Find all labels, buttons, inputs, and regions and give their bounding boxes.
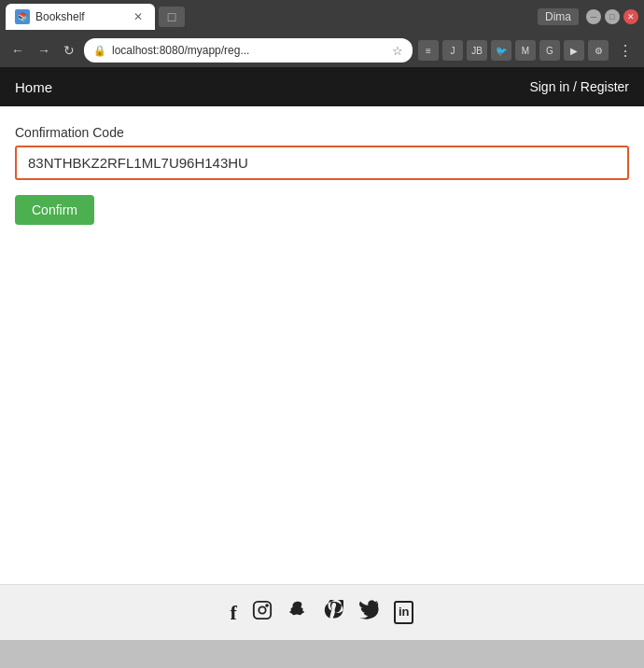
facebook-icon[interactable]: f <box>231 601 237 625</box>
app-wrapper: Home Sign in / Register Confirmation Cod… <box>0 67 644 640</box>
browser-titlebar: 📚 Bookshelf ✕ □ Dima ─ □ ✕ <box>0 0 644 34</box>
ext-icon-8[interactable]: ⚙ <box>588 40 609 61</box>
ext-icon-7[interactable]: ▶ <box>564 40 584 61</box>
maximize-button[interactable]: □ <box>605 9 620 24</box>
ext-icon-2[interactable]: J <box>442 40 463 61</box>
browser-addressbar: ← → ↻ 🔒 localhost:8080/myapp/reg... ☆ ≡ … <box>0 34 644 67</box>
more-options-button[interactable]: ⋮ <box>614 42 637 60</box>
ext-icon-3[interactable]: JB <box>467 40 487 61</box>
twitter-icon[interactable] <box>358 600 379 626</box>
svg-rect-0 <box>254 601 271 618</box>
close-button[interactable]: ✕ <box>623 9 638 24</box>
confirm-button[interactable]: Confirm <box>15 195 94 225</box>
main-content: Confirmation Code Confirm <box>0 106 644 584</box>
ext-icon-5[interactable]: M <box>515 40 536 61</box>
confirmation-code-label: Confirmation Code <box>15 125 629 140</box>
bookmark-icon[interactable]: ☆ <box>392 44 403 58</box>
lock-icon: 🔒 <box>93 45 106 57</box>
app-footer: f in <box>0 584 644 640</box>
snapchat-icon[interactable] <box>287 600 308 626</box>
forward-button[interactable]: → <box>34 41 54 60</box>
nav-signin-link[interactable]: Sign in / Register <box>529 79 629 94</box>
ext-icon-6[interactable]: G <box>539 40 560 61</box>
ext-icon-4[interactable]: 🐦 <box>491 40 511 61</box>
nav-home-link[interactable]: Home <box>15 79 52 95</box>
browser-extensions: ≡ J JB 🐦 M G ▶ ⚙ <box>418 40 609 61</box>
svg-point-1 <box>259 606 265 613</box>
tab-favicon: 📚 <box>15 9 30 24</box>
address-bar[interactable]: 🔒 localhost:8080/myapp/reg... ☆ <box>84 38 413 63</box>
confirmation-code-input[interactable] <box>15 146 629 180</box>
pinterest-icon[interactable] <box>323 600 343 626</box>
ext-icon-1[interactable]: ≡ <box>418 40 439 61</box>
tab-close-button[interactable]: ✕ <box>131 9 146 24</box>
linkedin-icon[interactable]: in <box>394 601 414 623</box>
new-tab-button[interactable]: □ <box>159 7 185 27</box>
status-bar <box>0 640 644 668</box>
tab-title: Bookshelf <box>35 10 125 23</box>
browser-chrome: 📚 Bookshelf ✕ □ Dima ─ □ ✕ ← → ↻ 🔒 local… <box>0 0 644 67</box>
url-text: localhost:8080/myapp/reg... <box>112 44 386 57</box>
refresh-button[interactable]: ↻ <box>60 41 78 60</box>
minimize-button[interactable]: ─ <box>586 9 601 24</box>
browser-user-label: Dima <box>538 8 579 25</box>
browser-tab[interactable]: 📚 Bookshelf ✕ <box>6 4 155 30</box>
window-controls: ─ □ ✕ <box>586 9 638 24</box>
instagram-icon[interactable] <box>252 600 273 626</box>
app-nav: Home Sign in / Register <box>0 67 644 106</box>
back-button[interactable]: ← <box>7 41 28 60</box>
svg-point-2 <box>266 605 268 606</box>
new-tab-icon: □ <box>168 9 175 24</box>
